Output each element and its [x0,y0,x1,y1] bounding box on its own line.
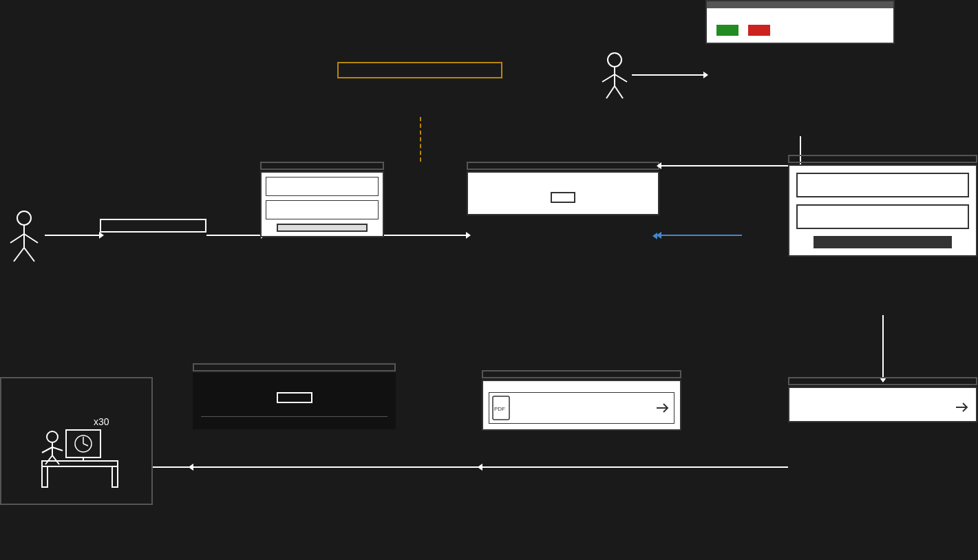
step6-credits-container [193,363,396,429]
arrow-step1-to-step2 [384,235,467,236]
svg-point-0 [17,211,31,225]
admin-panel-body [707,8,893,43]
step1-register-container [260,162,384,237]
pdf-icon: PDF [492,396,514,420]
svg-line-11 [615,86,623,98]
step3-username [796,173,969,197]
step6-body [193,373,396,429]
step5-title [482,370,681,378]
step6-doc-label [201,416,387,421]
admin-panel-header [707,1,893,8]
step4-send-icon [954,399,970,416]
step1-title [260,162,384,170]
svg-text:x30: x30 [94,416,109,427]
step4-chat-container [788,377,977,422]
svg-line-5 [24,248,34,261]
svg-line-10 [606,86,615,98]
admin-reject-btn[interactable] [748,25,770,36]
step2-body [467,171,659,215]
svg-text:PDF: PDF [494,406,505,412]
user-figure [3,210,45,265]
svg-line-8 [602,74,615,82]
admin-approve-btn[interactable] [716,25,738,36]
svg-point-25 [47,431,58,442]
svg-rect-16 [42,461,118,466]
svg-line-30 [52,455,59,464]
svg-point-6 [608,53,621,67]
step3-title [788,155,977,163]
step7-image: x30 [1,387,151,504]
svg-line-3 [24,234,38,243]
arrow-step4-to-step5 [482,466,788,468]
svg-line-4 [14,248,24,261]
step5-body: PDF [482,380,681,431]
step7-title [1,378,151,387]
step4-user-msg2-row [795,399,970,416]
step1-password [266,200,379,219]
step5-send-icon [655,400,671,416]
step2-title [467,162,659,170]
arrow-login-to-chatbot [882,315,884,378]
step3-login-container [788,155,977,257]
svg-rect-18 [112,466,118,487]
arrow-panel-to-step2-h [661,165,800,166]
step1-form [260,171,384,237]
step7-desk-figure: x30 [28,392,125,495]
user-wants-box [100,219,206,233]
svg-line-28 [52,447,63,451]
step1-username [266,177,379,196]
arrow-step5-to-step6 [193,466,482,468]
tooltip-approval [337,62,502,78]
svg-rect-17 [42,466,47,487]
svg-line-27 [42,447,52,453]
svg-line-29 [45,455,52,464]
step6-title [193,363,396,371]
svg-line-2 [10,234,24,243]
arrow-condition-to-step2 [661,235,742,236]
step2-ok-btn[interactable] [551,192,575,203]
arrow-wants-to-register [206,235,262,236]
arrow-admin-to-panel [632,74,704,76]
admin-panel [705,0,895,44]
step3-login-btn[interactable] [814,236,952,248]
step5-doc-row: PDF [489,392,674,424]
step7-wait-container: x30 [0,377,153,505]
step5-upload-container: PDF [482,370,681,431]
step4-title [788,377,977,385]
dashed-tooltip-v [420,117,421,162]
step3-form [788,164,977,257]
step2-await-container [467,162,659,215]
step3-password [796,204,969,229]
step4-body [788,387,977,422]
admin-figure [594,52,635,100]
step1-register-btn[interactable] [277,224,367,232]
svg-line-24 [83,444,88,446]
step6-ok-btn[interactable] [277,392,312,403]
arrow-user-to-wants [45,235,100,236]
svg-line-9 [615,74,627,82]
